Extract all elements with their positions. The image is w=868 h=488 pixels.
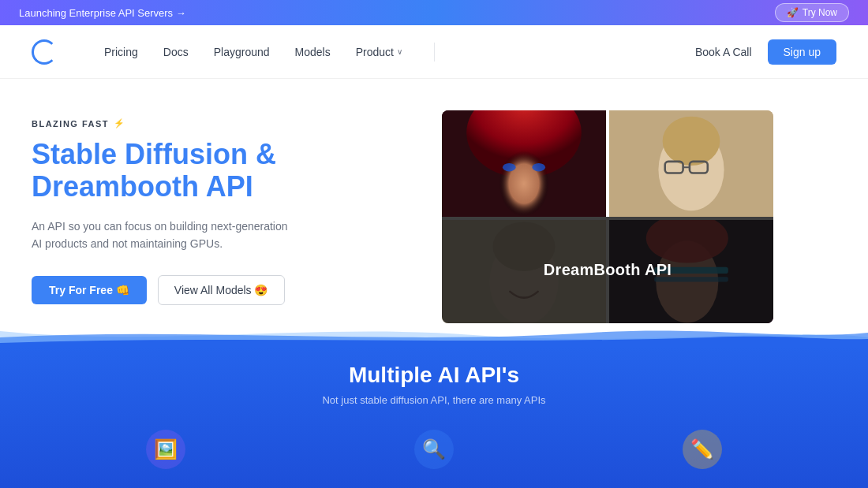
- nav-product[interactable]: Product ∨: [356, 46, 402, 58]
- view-models-button[interactable]: View All Models 😍: [158, 275, 285, 305]
- hero-image-grid: DreamBooth API: [442, 110, 773, 323]
- rocket-icon: 🚀: [787, 7, 799, 18]
- nav-docs[interactable]: Docs: [163, 46, 189, 58]
- feature-search-item: 🔍: [414, 430, 454, 469]
- svg-point-2: [492, 135, 555, 217]
- signup-button[interactable]: Sign up: [768, 39, 836, 65]
- logo[interactable]: [32, 39, 57, 65]
- blue-section-title: Multiple AI API's: [349, 363, 519, 388]
- blazing-badge: BLAZING FAST ⚡: [32, 118, 410, 129]
- main-nav: Pricing Docs Playground Models Product ∨…: [0, 25, 868, 79]
- top-banner: Launching Enterprise API Servers → 🚀 Try…: [0, 0, 868, 25]
- try-now-button[interactable]: 🚀 Try Now: [775, 3, 849, 22]
- try-free-button[interactable]: Try For Free 👊: [32, 276, 147, 304]
- dreambooth-overlay: DreamBooth API: [442, 217, 773, 323]
- nav-right: Book A Call Sign up: [695, 39, 836, 65]
- wave-svg: [0, 323, 868, 347]
- nav-links: Pricing Docs Playground Models Product ∨: [104, 43, 695, 61]
- edit-icon: ✏️: [690, 438, 714, 460]
- image-cell-glasses-person: [609, 110, 773, 217]
- image-feature-icon: 🖼️: [146, 430, 185, 469]
- logo-circle-icon: [32, 39, 57, 65]
- edit-feature-icon: ✏️: [683, 430, 722, 469]
- lightning-icon: ⚡: [114, 118, 126, 129]
- page-wrapper: Launching Enterprise API Servers → 🚀 Try…: [0, 0, 868, 488]
- feature-edit-item: ✏️: [683, 430, 722, 469]
- hero-content: BLAZING FAST ⚡ Stable Diffusion & Dreamb…: [32, 110, 410, 305]
- banner-text: Launching Enterprise API Servers →: [19, 7, 186, 19]
- nav-playground[interactable]: Playground: [214, 46, 270, 58]
- badge-text: BLAZING FAST: [32, 119, 109, 129]
- hero-description: An API so you can focus on building next…: [32, 218, 300, 253]
- nav-pricing[interactable]: Pricing: [104, 46, 138, 58]
- image-icon: 🖼️: [154, 438, 178, 460]
- search-icon: 🔍: [422, 438, 446, 460]
- product-label: Product: [356, 46, 394, 58]
- try-now-label: Try Now: [803, 7, 837, 18]
- svg-point-3: [503, 163, 516, 171]
- feature-image-item: 🖼️: [146, 430, 185, 469]
- wave-container: [0, 323, 868, 347]
- chevron-down-icon: ∨: [397, 47, 402, 56]
- dreambooth-label: DreamBooth API: [544, 261, 672, 279]
- blue-section-subtitle: Not just stable diffusion API, there are…: [322, 394, 545, 406]
- image-cell-red-hair: [442, 110, 606, 217]
- feature-icons-row: 🖼️ 🔍 ✏️: [32, 422, 836, 469]
- hero-buttons: Try For Free 👊 View All Models 😍: [32, 275, 410, 305]
- svg-point-7: [663, 117, 720, 166]
- image-top-row: [442, 110, 773, 217]
- svg-point-4: [532, 163, 545, 171]
- nav-models[interactable]: Models: [295, 46, 331, 58]
- nav-divider: [434, 43, 435, 61]
- nav-book-call[interactable]: Book A Call: [695, 46, 752, 58]
- hero-title: Stable Diffusion & Dreambooth API: [32, 138, 410, 203]
- search-feature-icon: 🔍: [414, 430, 454, 469]
- hero-section: BLAZING FAST ⚡ Stable Diffusion & Dreamb…: [0, 79, 868, 323]
- blue-section: Multiple AI API's Not just stable diffus…: [0, 347, 868, 488]
